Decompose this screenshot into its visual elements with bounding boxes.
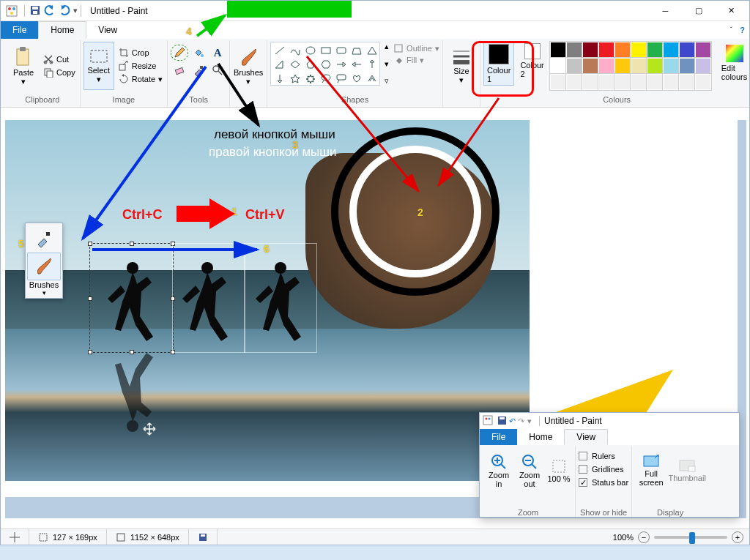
zoom-in-button[interactable]: + xyxy=(732,531,743,543)
palette-row1[interactable] xyxy=(550,42,711,58)
colour-swatch[interactable] xyxy=(695,58,711,74)
colour-swatch[interactable] xyxy=(582,74,598,90)
colour-swatch[interactable] xyxy=(647,58,663,74)
colour-swatch[interactable] xyxy=(550,74,566,90)
status-save xyxy=(189,529,218,545)
svg-rect-51 xyxy=(40,534,47,541)
rulers-checkbox[interactable]: Rulers xyxy=(579,451,628,461)
colour-swatch[interactable] xyxy=(566,58,582,74)
colour-swatch[interactable] xyxy=(663,74,679,90)
close-button[interactable]: ✕ xyxy=(715,1,748,21)
colour-swatch[interactable] xyxy=(679,58,695,74)
colour-swatch[interactable] xyxy=(615,42,631,58)
colour-swatch[interactable] xyxy=(582,42,598,58)
redo-icon[interactable]: ↷ xyxy=(518,417,524,426)
zoom-100-button[interactable]: 100 % xyxy=(546,447,572,495)
edit-colours-button[interactable]: Edit colours xyxy=(719,42,750,83)
undo-icon[interactable]: ↶ xyxy=(509,417,516,426)
group-image-title: Image xyxy=(83,94,164,105)
zoom-in-button[interactable]: Zoom in xyxy=(484,447,513,495)
picker-tool-floating[interactable] xyxy=(27,225,61,253)
tab-file[interactable]: File xyxy=(480,429,517,445)
colour-swatch[interactable] xyxy=(615,74,631,90)
palette-row3[interactable] xyxy=(550,74,711,90)
colour1-button[interactable]: Colour 1 xyxy=(483,42,514,86)
zoom-out-button[interactable]: Zoom out xyxy=(515,447,544,495)
select-button[interactable]: Select ▾ xyxy=(83,42,114,90)
help-icon[interactable]: ? xyxy=(740,26,745,34)
resize-button[interactable]: Resize xyxy=(117,60,164,72)
size-button[interactable]: Size ▾ xyxy=(446,42,477,90)
colour-swatch[interactable] xyxy=(663,58,679,74)
minimize-button[interactable]: ─ xyxy=(649,1,682,21)
tab-home[interactable]: Home xyxy=(517,429,564,445)
zoom-out-button[interactable]: − xyxy=(638,531,650,543)
runner-reflection xyxy=(100,347,159,435)
outline-button[interactable]: Outline ▾ xyxy=(393,43,439,53)
copy-button[interactable]: Copy xyxy=(42,67,77,78)
colour-swatch[interactable] xyxy=(550,42,566,58)
colour-swatch[interactable] xyxy=(695,42,711,58)
gallery-more-icon[interactable]: ▿ xyxy=(385,76,389,86)
magnifier-tool[interactable] xyxy=(209,62,226,78)
maximize-button[interactable]: ▢ xyxy=(682,1,715,21)
colour-swatch[interactable] xyxy=(615,58,631,74)
colour-swatch[interactable] xyxy=(631,74,647,90)
selection-marquee[interactable] xyxy=(89,243,174,353)
svg-rect-17 xyxy=(200,66,203,69)
colour-swatch[interactable] xyxy=(566,42,582,58)
colour-swatch[interactable] xyxy=(631,42,647,58)
floating-tool-panel[interactable]: Brushes ▾ xyxy=(25,223,63,299)
colour-swatch[interactable] xyxy=(598,42,615,58)
gallery-up-icon[interactable]: ▴ xyxy=(385,42,389,51)
colour-swatch[interactable] xyxy=(695,74,711,90)
statusbar-checkbox[interactable]: ✓Status bar xyxy=(579,477,628,488)
window-title: Untitled - Paint xyxy=(90,6,148,16)
full-screen-button[interactable]: Full screen xyxy=(635,447,667,495)
tab-file[interactable]: File xyxy=(1,21,38,39)
undo-icon[interactable] xyxy=(44,4,56,18)
save-icon[interactable] xyxy=(29,4,41,18)
text-tool[interactable]: A xyxy=(209,45,226,61)
palette-row2[interactable] xyxy=(550,58,711,74)
qat-customize-icon[interactable]: ▾ xyxy=(73,6,78,15)
colour-swatch[interactable] xyxy=(566,74,582,90)
picker-tool[interactable] xyxy=(190,62,207,78)
tab-view[interactable]: View xyxy=(564,429,608,445)
inset-title: Untitled - Paint xyxy=(544,416,602,426)
colour-swatch[interactable] xyxy=(679,74,695,90)
brush-tool-floating[interactable] xyxy=(27,253,61,280)
quick-access-toolbar: ▾ xyxy=(29,4,78,18)
zoom-slider[interactable] xyxy=(654,536,727,539)
brushes-button[interactable]: Brushes ▾ xyxy=(233,42,264,90)
colour-swatch[interactable] xyxy=(598,74,615,90)
cut-button[interactable]: Cut xyxy=(42,53,77,65)
fill-button[interactable]: Fill ▾ xyxy=(393,55,439,65)
redo-icon[interactable] xyxy=(59,4,70,18)
colour-swatch[interactable] xyxy=(598,58,615,74)
floating-brushes-label: Brushes xyxy=(29,280,59,289)
colour-swatch[interactable] xyxy=(631,58,647,74)
colour-swatch[interactable] xyxy=(647,74,663,90)
tab-view[interactable]: View xyxy=(86,21,129,39)
pencil-tool[interactable] xyxy=(171,45,188,61)
fill-tool[interactable] xyxy=(190,45,207,61)
colour2-button[interactable]: Colour 2 xyxy=(517,42,546,80)
colour-swatch[interactable] xyxy=(582,58,598,74)
minimize-ribbon-icon[interactable]: ˇ xyxy=(730,26,733,34)
move-cursor-icon xyxy=(143,422,156,436)
crop-button[interactable]: Crop xyxy=(117,47,164,59)
colour-swatch[interactable] xyxy=(663,42,679,58)
svg-point-19 xyxy=(306,47,315,54)
gridlines-checkbox[interactable]: Gridlines xyxy=(579,464,628,474)
gallery-down-icon[interactable]: ▾ xyxy=(385,59,389,69)
shapes-gallery[interactable] xyxy=(270,42,380,86)
save-icon[interactable] xyxy=(497,416,507,427)
colour-swatch[interactable] xyxy=(550,58,566,74)
paste-button[interactable]: Paste ▾ xyxy=(8,42,39,90)
tab-home[interactable]: Home xyxy=(38,21,86,39)
colour-swatch[interactable] xyxy=(647,42,663,58)
colour-swatch[interactable] xyxy=(679,42,695,58)
eraser-tool[interactable] xyxy=(171,62,188,78)
rotate-button[interactable]: Rotate ▾ xyxy=(117,73,164,85)
